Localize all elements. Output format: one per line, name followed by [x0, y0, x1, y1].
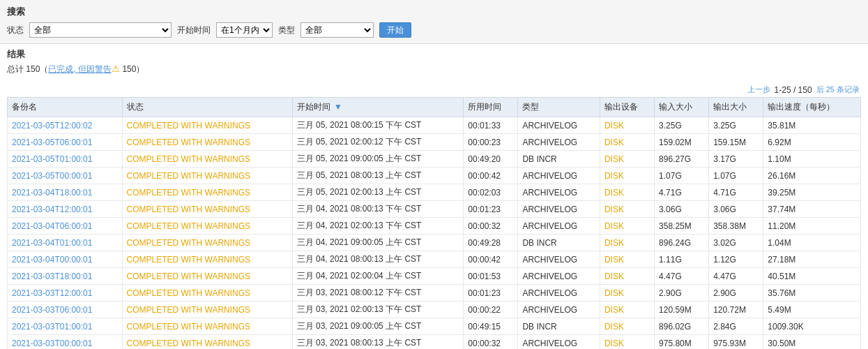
- next-page-button[interactable]: 后 25 条记录: [815, 84, 861, 95]
- cell-input: 120.59M: [655, 302, 709, 318]
- cell-output: 975.93M: [709, 335, 763, 350]
- table-row: 2021-03-03T12:00:01 COMPLETED WITH WARNI…: [8, 285, 861, 302]
- cell-status: COMPLETED WITH WARNINGS: [122, 218, 292, 235]
- table-row: 2021-03-05T06:00:01 COMPLETED WITH WARNI…: [8, 134, 861, 151]
- cell-input: 3.06G: [655, 201, 709, 218]
- cell-speed: 1.04M: [763, 235, 861, 251]
- cell-speed: 37.74M: [763, 201, 861, 218]
- type-label: 类型: [278, 24, 295, 36]
- cell-input: 1.07G: [655, 168, 709, 184]
- cell-backup-name[interactable]: 2021-03-05T12:00:02: [8, 117, 123, 134]
- table-header: 备份名 状态 开始时间 ▼ 所用时间 类型 输出设备 输入大小 输出大小 输出速…: [8, 98, 861, 117]
- cell-output: 120.72M: [709, 302, 763, 318]
- col-status[interactable]: 状态: [122, 98, 292, 117]
- cell-speed: 40.51M: [763, 268, 861, 285]
- col-type[interactable]: 类型: [518, 98, 600, 117]
- summary-link[interactable]: 已完成, 但因警告: [48, 64, 112, 74]
- type-select[interactable]: 全部 ARCHIVELOG DB INCR DB FULL: [300, 22, 374, 38]
- cell-type: ARCHIVELOG: [518, 335, 600, 350]
- table-row: 2021-03-05T01:00:01 COMPLETED WITH WARNI…: [8, 151, 861, 168]
- cell-speed: 27.18M: [763, 251, 861, 268]
- cell-start: 三月 04, 2021 08:00:13 上午 CST: [292, 251, 464, 268]
- table-row: 2021-03-04T06:00:01 COMPLETED WITH WARNI…: [8, 218, 861, 235]
- search-button[interactable]: 开始: [379, 22, 411, 38]
- cell-backup-name[interactable]: 2021-03-04T00:00:01: [8, 251, 123, 268]
- cell-duration: 00:00:42: [464, 251, 518, 268]
- cell-input: 896.27G: [655, 151, 709, 168]
- search-section: 搜索 状态 全部 COMPLETED COMPLETED WITH WARNIN…: [0, 0, 868, 44]
- table-row: 2021-03-05T00:00:01 COMPLETED WITH WARNI…: [8, 168, 861, 184]
- cell-device: DISK: [600, 318, 654, 335]
- cell-type: ARCHIVELOG: [518, 285, 600, 302]
- cell-type: ARCHIVELOG: [518, 134, 600, 151]
- cell-output: 2.84G: [709, 318, 763, 335]
- cell-output: 1.07G: [709, 168, 763, 184]
- cell-backup-name[interactable]: 2021-03-03T01:00:01: [8, 318, 123, 335]
- col-speed[interactable]: 输出速度（每秒）: [763, 98, 861, 117]
- cell-start: 三月 04, 2021 09:00:05 上午 CST: [292, 235, 464, 251]
- cell-backup-name[interactable]: 2021-03-05T00:00:01: [8, 168, 123, 184]
- cell-device: DISK: [600, 235, 654, 251]
- cell-output: 4.71G: [709, 184, 763, 201]
- cell-backup-name[interactable]: 2021-03-03T18:00:01: [8, 268, 123, 285]
- table-wrapper: 备份名 状态 开始时间 ▼ 所用时间 类型 输出设备 输入大小 输出大小 输出速…: [0, 97, 868, 349]
- cell-input: 2.90G: [655, 285, 709, 302]
- summary-count: 150: [122, 64, 136, 74]
- pagination-top: 上一步 1-25 / 150 后 25 条记录: [0, 82, 868, 97]
- cell-start: 三月 05, 2021 08:00:15 下午 CST: [292, 117, 464, 134]
- col-duration[interactable]: 所用时间: [464, 98, 518, 117]
- cell-speed: 6.92M: [763, 134, 861, 151]
- col-backup-name[interactable]: 备份名: [8, 98, 123, 117]
- cell-device: DISK: [600, 251, 654, 268]
- cell-speed: 39.25M: [763, 184, 861, 201]
- cell-backup-name[interactable]: 2021-03-04T12:00:01: [8, 201, 123, 218]
- cell-backup-name[interactable]: 2021-03-05T01:00:01: [8, 151, 123, 168]
- table-row: 2021-03-04T00:00:01 COMPLETED WITH WARNI…: [8, 251, 861, 268]
- cell-backup-name[interactable]: 2021-03-03T12:00:01: [8, 285, 123, 302]
- cell-backup-name[interactable]: 2021-03-04T06:00:01: [8, 218, 123, 235]
- cell-backup-name[interactable]: 2021-03-04T01:00:01: [8, 235, 123, 251]
- table-row: 2021-03-05T12:00:02 COMPLETED WITH WARNI…: [8, 117, 861, 134]
- cell-type: ARCHIVELOG: [518, 302, 600, 318]
- cell-status: COMPLETED WITH WARNINGS: [122, 201, 292, 218]
- cell-device: DISK: [600, 285, 654, 302]
- results-title: 结果: [7, 48, 861, 61]
- cell-status: COMPLETED WITH WARNINGS: [122, 168, 292, 184]
- table-row: 2021-03-03T06:00:01 COMPLETED WITH WARNI…: [8, 302, 861, 318]
- cell-speed: 5.49M: [763, 302, 861, 318]
- col-start-time[interactable]: 开始时间 ▼: [292, 98, 464, 117]
- cell-device: DISK: [600, 151, 654, 168]
- cell-input: 975.80M: [655, 335, 709, 350]
- summary-suffix: ）: [136, 64, 144, 74]
- cell-backup-name[interactable]: 2021-03-05T06:00:01: [8, 134, 123, 151]
- cell-start: 三月 04, 2021 08:00:13 下午 CST: [292, 201, 464, 218]
- cell-backup-name[interactable]: 2021-03-03T06:00:01: [8, 302, 123, 318]
- col-device[interactable]: 输出设备: [600, 98, 654, 117]
- status-select[interactable]: 全部 COMPLETED COMPLETED WITH WARNINGS FAI…: [29, 22, 172, 38]
- summary-prefix: 总计 150（: [7, 64, 48, 74]
- table-row: 2021-03-04T18:00:01 COMPLETED WITH WARNI…: [8, 184, 861, 201]
- cell-speed: 1009.30K: [763, 318, 861, 335]
- col-input-size[interactable]: 输入大小: [655, 98, 709, 117]
- search-row: 状态 全部 COMPLETED COMPLETED WITH WARNINGS …: [7, 22, 861, 38]
- cell-backup-name[interactable]: 2021-03-03T00:00:01: [8, 335, 123, 350]
- cell-type: ARCHIVELOG: [518, 184, 600, 201]
- cell-duration: 00:02:03: [464, 184, 518, 201]
- cell-status: COMPLETED WITH WARNINGS: [122, 302, 292, 318]
- cell-output: 3.25G: [709, 117, 763, 134]
- cell-status: COMPLETED WITH WARNINGS: [122, 335, 292, 350]
- results-summary: 总计 150（已完成, 但因警告⚠ 150）: [7, 64, 861, 75]
- cell-output: 3.17G: [709, 151, 763, 168]
- cell-status: COMPLETED WITH WARNINGS: [122, 285, 292, 302]
- cell-device: DISK: [600, 184, 654, 201]
- cell-start: 三月 05, 2021 02:00:13 上午 CST: [292, 184, 464, 201]
- cell-output: 1.12G: [709, 251, 763, 268]
- cell-backup-name[interactable]: 2021-03-04T18:00:01: [8, 184, 123, 201]
- cell-device: DISK: [600, 117, 654, 134]
- cell-speed: 1.10M: [763, 151, 861, 168]
- start-time-select[interactable]: 在1个月内 在1周内 在1天内 自定义: [216, 22, 273, 38]
- cell-duration: 00:00:32: [464, 218, 518, 235]
- col-output-size[interactable]: 输出大小: [709, 98, 763, 117]
- cell-type: DB INCR: [518, 151, 600, 168]
- prev-page-button[interactable]: 上一步: [746, 84, 772, 95]
